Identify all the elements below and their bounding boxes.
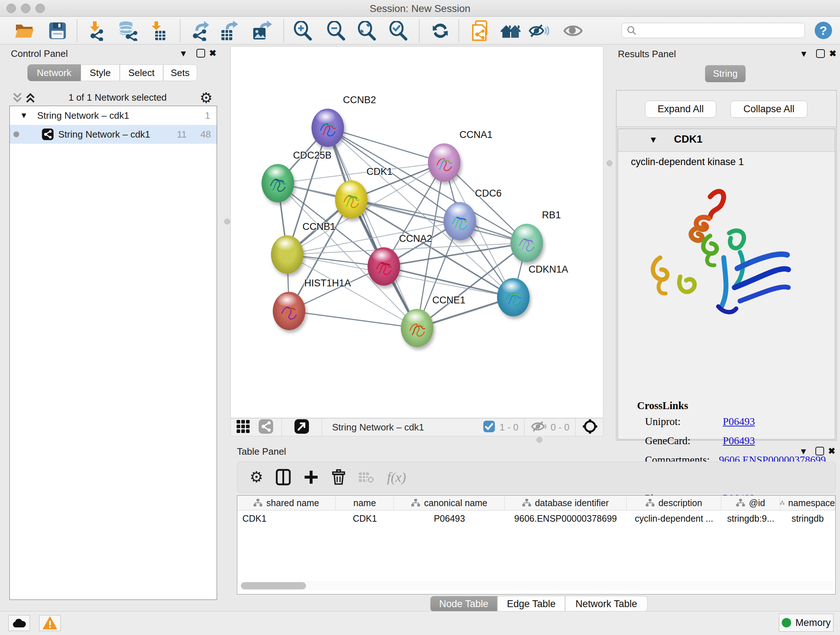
hide-selected-button[interactable] [528,20,549,41]
apply-layout-button[interactable] [430,20,451,41]
network-collection-row[interactable]: ▼ String Network – cdk1 1 [10,106,217,125]
tab-select[interactable]: Select [120,65,163,81]
network-node[interactable] [444,202,476,241]
results-panel-close-button[interactable]: ✖ [829,49,836,59]
column-header[interactable]: canonical name [394,496,505,510]
table-cell[interactable]: stringdb:9... [722,510,780,526]
left-splitter-handle[interactable] [224,219,230,225]
export-network-button[interactable] [189,20,210,41]
tab-string[interactable]: String [705,65,745,82]
table-settings-gear-icon[interactable]: ⚙ [249,470,264,485]
collapse-all-button[interactable]: Collapse All [730,101,807,118]
column-header[interactable]: shared name [237,496,336,510]
selected-counts-checkbox[interactable] [483,420,495,434]
tab-style[interactable]: Style [81,65,120,81]
expand-all-networks-button[interactable] [24,91,37,106]
table-panel-maximize-button[interactable] [815,447,824,455]
column-header[interactable]: database identifier [505,496,627,510]
network-edge[interactable] [289,311,417,328]
grid-icon [236,419,250,434]
show-columns-icon[interactable] [276,469,291,486]
expand-all-button[interactable]: Expand All [645,101,716,118]
import-network-button[interactable] [84,20,105,41]
zoom-selected-button[interactable] [388,20,409,41]
control-panel-close-button[interactable]: ✖ [209,48,216,58]
crosslink-value-link[interactable]: P06493 [723,416,755,428]
protein-card-header[interactable]: ▼ CDK1 [618,129,835,152]
table-panel-close-button[interactable]: ✖ [828,446,835,456]
table-hscrollbar-thumb[interactable] [241,582,306,589]
network-edge[interactable] [328,128,417,328]
cloud-status-button[interactable] [8,615,30,631]
network-options-gear-icon[interactable]: ⚙ [200,89,213,106]
column-header[interactable]: namespace [780,496,835,510]
network-node[interactable] [368,247,400,286]
detach-view-button[interactable] [294,419,309,435]
network-node[interactable] [428,143,461,182]
help-button[interactable]: ? [814,21,832,41]
network-edge[interactable] [287,128,328,255]
birdseye-view-button[interactable] [582,418,598,436]
table-cell[interactable]: stringdb [780,510,835,526]
column-header[interactable]: description [627,496,722,510]
network-row[interactable]: String Network – cdk1 11 48 [10,125,217,144]
tab-network[interactable]: Network [27,65,81,81]
show-grid-button[interactable] [236,419,250,435]
table-cell[interactable]: CDK1 [237,510,336,526]
export-table-button[interactable] [219,20,240,41]
memory-status-button[interactable]: Memory [779,614,834,632]
tab-sets[interactable]: Sets [163,65,197,81]
right-splitter-handle[interactable] [607,160,613,166]
import-table-button[interactable] [148,20,169,41]
table-cell[interactable]: cyclin-dependent ... [627,510,722,526]
control-panel-maximize-button[interactable] [196,49,205,57]
protein-collapse-triangle[interactable]: ▼ [649,135,658,145]
results-panel-maximize-button[interactable] [816,49,825,58]
delete-column-icon[interactable] [332,469,346,486]
export-image-button[interactable] [251,20,272,41]
network-node[interactable] [497,278,530,317]
network-node[interactable] [262,164,294,203]
network-node[interactable] [273,292,305,330]
add-column-icon[interactable] [303,469,319,485]
zoom-in-button[interactable] [292,20,313,41]
results-panel-float-button[interactable]: ▼ [799,49,808,59]
zoom-fit-button[interactable] [356,20,377,41]
hidden-counts-toggle[interactable] [531,420,547,435]
tab-node-table[interactable]: Node Table [430,596,497,612]
network-edge[interactable] [328,128,444,163]
network-node[interactable] [335,180,368,219]
network-home-button[interactable] [500,20,521,41]
column-header[interactable]: @id [722,496,780,510]
network-node[interactable] [510,224,543,262]
table-cell[interactable]: CDK1 [336,510,394,526]
table-cell[interactable]: P06493 [394,510,505,526]
tab-network-table[interactable]: Network Table [565,596,647,612]
warnings-button[interactable] [39,615,61,631]
table-row[interactable]: CDK1CDK1P064939606.ENSP00000378699cyclin… [237,510,835,526]
network-view-share-button[interactable] [258,419,273,435]
table-cell[interactable]: 9606.ENSP00000378699 [505,510,627,526]
tab-edge-table[interactable]: Edge Table [497,596,565,612]
collection-expand-triangle[interactable]: ▼ [20,111,28,120]
table-hscrollbar[interactable] [239,581,833,591]
network-node[interactable] [311,109,344,147]
zoom-in-icon [293,21,313,41]
network-edge[interactable] [384,266,513,297]
collapse-all-networks-button[interactable] [11,91,24,106]
save-session-button[interactable] [47,20,68,41]
control-panel-float-button[interactable]: ▼ [179,49,188,59]
network-node[interactable] [271,235,303,274]
show-all-button[interactable] [562,20,584,41]
column-header[interactable]: name [336,496,394,510]
network-canvas[interactable]: CCNB2CCNA1CDC25BCDK1CDC6RB1CCNB1CCNA2CDK… [231,46,603,418]
horizontal-splitter-handle[interactable] [537,437,542,443]
open-session-button[interactable] [14,20,35,41]
search-input[interactable] [637,25,798,36]
hidden-counts: 0 - 0 [551,422,569,433]
import-network-from-database-button[interactable] [117,20,137,41]
table-panel-float-button[interactable]: ▼ [799,447,808,456]
clone-network-button[interactable] [470,20,491,41]
network-node[interactable] [401,309,433,347]
zoom-out-button[interactable] [325,20,347,41]
